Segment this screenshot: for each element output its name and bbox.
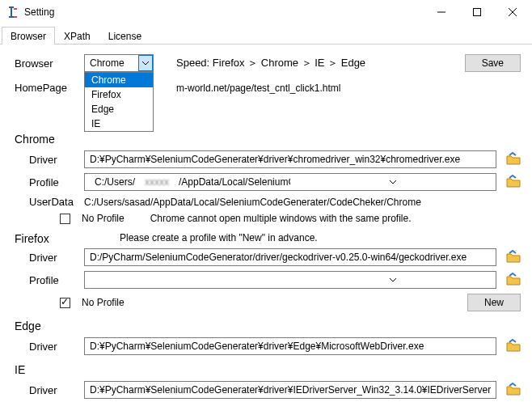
ie-section: IE [15, 363, 521, 376]
folder-icon[interactable] [506, 250, 521, 265]
chevron-down-icon [290, 174, 496, 190]
titlebar: Setting [0, 0, 532, 24]
app-icon [6, 6, 19, 19]
tabs: Browser XPath License [0, 26, 532, 44]
firefox-noprofile-label: No Profile [82, 297, 125, 308]
chrome-profile-value: C:/Users/xxxxx/AppData/Local/SeleniumCod… [85, 176, 290, 188]
browser-option-ie[interactable]: IE [85, 116, 153, 131]
chrome-driver-label: Driver [29, 154, 78, 166]
browser-label: Browser [15, 57, 78, 70]
new-button[interactable]: New [467, 294, 521, 311]
browser-option-firefox[interactable]: Firefox [85, 87, 153, 102]
folder-icon[interactable] [506, 273, 521, 287]
firefox-profile-label: Profile [29, 274, 78, 286]
chrome-userdata-label: UserData [29, 196, 78, 208]
ie-driver-input[interactable] [84, 381, 496, 399]
chrome-profile-label: Profile [29, 176, 78, 188]
folder-icon[interactable] [506, 152, 521, 167]
firefox-driver-label: Driver [29, 252, 78, 264]
tab-browser[interactable]: Browser [2, 27, 55, 44]
browser-option-edge[interactable]: Edge [85, 102, 153, 116]
tab-xpath[interactable]: XPath [55, 27, 99, 44]
folder-icon[interactable] [506, 383, 521, 397]
window-title: Setting [24, 6, 424, 18]
chevron-down-icon [138, 55, 153, 71]
browser-select-value: Chrome [85, 57, 138, 69]
maximize-button[interactable] [459, 1, 495, 23]
minimize-button[interactable] [424, 1, 459, 23]
firefox-profile-select[interactable] [84, 271, 496, 289]
chevron-down-icon [290, 272, 496, 288]
speed-text: Speed: Firefox ＞ Chrome ＞ IE ＞ Edge [176, 56, 365, 70]
browser-select[interactable]: Chrome [84, 54, 154, 72]
browser-option-chrome[interactable]: Chrome [85, 73, 153, 87]
chrome-userdata-value: C:/Users/sasad/AppData/Local/SeleniumCod… [84, 197, 421, 208]
firefox-note: Please create a profile with "New" in ad… [120, 232, 318, 243]
chrome-driver-input[interactable] [84, 150, 496, 168]
chrome-noprofile-label: No Profile [82, 213, 125, 224]
firefox-driver-input[interactable] [84, 248, 496, 266]
folder-icon[interactable] [506, 339, 521, 353]
close-button[interactable] [495, 1, 530, 23]
firefox-noprofile-checkbox[interactable] [60, 298, 70, 308]
chrome-note: Chrome cannot open multiple windows with… [150, 213, 412, 224]
chrome-profile-select[interactable]: C:/Users/xxxxx/AppData/Local/SeleniumCod… [84, 173, 496, 191]
svg-rect-1 [474, 9, 481, 16]
homepage-label: HomePage [15, 82, 78, 94]
chrome-noprofile-checkbox[interactable] [60, 214, 70, 224]
edge-section: Edge [15, 320, 521, 332]
tab-license[interactable]: License [99, 27, 150, 44]
ie-driver-label: Driver [29, 384, 78, 396]
folder-icon[interactable] [506, 175, 521, 189]
edge-driver-input[interactable] [84, 337, 496, 355]
browser-dropdown: Chrome Firefox Edge IE [84, 72, 154, 132]
chrome-section: Chrome [15, 133, 521, 146]
edge-driver-label: Driver [29, 341, 78, 353]
save-button[interactable]: Save [465, 54, 521, 72]
homepage-visible: m-world.net/page/test_cntl_click1.html [176, 83, 340, 94]
